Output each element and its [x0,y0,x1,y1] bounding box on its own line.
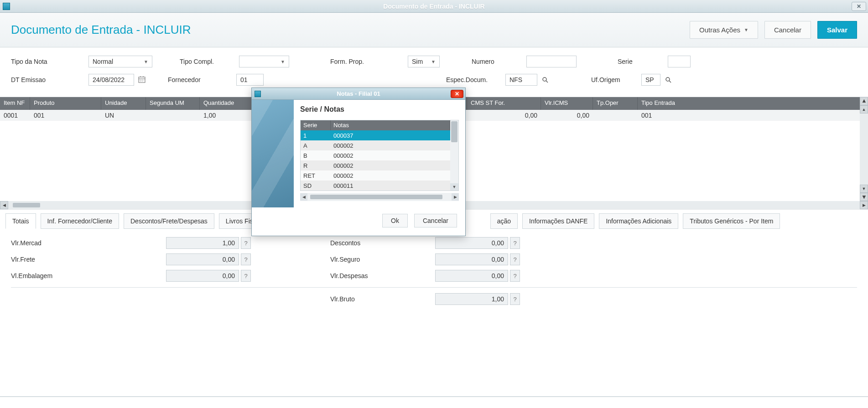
modal-table-row[interactable]: RET000002 [301,170,450,181]
input-dt-emissao[interactable] [88,74,134,86]
help-button[interactable]: ? [241,253,251,265]
cell-notas: 000002 [331,161,450,170]
input-vlr-mercad[interactable] [166,237,239,249]
scroll-track[interactable] [307,194,452,200]
save-button[interactable]: Salvar [817,21,857,39]
input-espec-docum[interactable] [505,74,537,86]
tab-informacoes-adicionais[interactable]: Informações Adicionais [599,213,678,229]
modal-table-row[interactable]: A000002 [301,140,450,150]
cell-notas: 000011 [331,181,450,190]
col-cms-st-for[interactable]: CMS ST For. [467,97,541,110]
scroll-right-icon[interactable]: ▶ [860,201,868,209]
help-button[interactable]: ? [510,270,520,282]
select-tipo-compl[interactable]: ▼ [239,56,289,67]
modal-table-row[interactable]: R000002 [301,160,450,170]
tab-informacoes-danfe[interactable]: Informações DANFE [522,213,594,229]
input-vlr-despesas[interactable] [435,270,508,282]
scroll-up-icon[interactable]: ▲ [860,105,868,114]
col-notas[interactable]: Notas [331,120,450,130]
modal-serie-notas: Notas - Filial 01 ✕ Serie / Notas Serie … [251,88,466,236]
input-fornecedor[interactable] [236,74,264,86]
col-unidade[interactable]: Unidade [101,97,146,110]
svg-line-10 [669,81,671,83]
help-button[interactable]: ? [510,293,520,305]
label-fornecedor: Fornecedor [168,76,201,83]
scroll-thumb[interactable] [13,203,40,207]
window-close-button[interactable]: ✕ [852,2,866,11]
cell-cms-st-for: 0,00 [467,110,541,120]
calendar-icon[interactable] [137,75,147,85]
help-button[interactable]: ? [510,237,520,249]
col-segunda-um[interactable]: Segunda UM [146,97,200,110]
input-uf-origem[interactable] [641,74,660,86]
modal-table: Serie Notas 1000037A000002B000002R000002… [300,120,459,191]
tab-descontos-frete[interactable]: Descontos/Frete/Despesas [124,213,214,229]
scroll-down-icon[interactable]: ▼ [450,183,458,191]
scroll-down-icon[interactable]: ▼ [860,185,868,193]
modal-ok-button[interactable]: Ok [382,214,408,227]
tab-totais[interactable]: Totais [5,213,36,229]
modal-title: Notas - Filial 01 [337,90,380,97]
cell-serie: A [301,141,331,150]
cell-serie: SD [301,181,331,190]
input-vlr-frete[interactable] [166,253,239,265]
modal-vscrollbar[interactable]: ▼ [450,120,458,191]
cell-serie: B [301,151,331,160]
col-tipo-entrada[interactable]: Tipo Entrada [638,97,868,110]
svg-point-7 [543,77,546,81]
col-vlr-icms[interactable]: Vlr.ICMS [541,97,593,110]
tab-tributos-genericos[interactable]: Tributos Genéricos - Por Item [683,213,780,229]
search-icon[interactable] [663,75,673,85]
help-button[interactable]: ? [241,270,251,282]
cell-produto: 001 [30,110,101,120]
col-tp-oper[interactable]: Tp.Oper [593,97,638,110]
cancel-button[interactable]: Cancelar [764,21,811,39]
input-serie[interactable] [668,56,691,67]
help-button[interactable]: ? [510,253,520,265]
svg-rect-0 [139,77,145,83]
col-item-nf[interactable]: Item NF [0,97,30,110]
caret-down-icon: ▼ [744,27,748,32]
select-tipo-nota[interactable]: Normal ▼ [88,56,152,67]
modal-hscrollbar[interactable]: ◀ ▶ [300,193,459,201]
help-button[interactable]: ? [241,237,251,249]
col-serie[interactable]: Serie [301,120,331,130]
modal-table-row[interactable]: 1000037 [301,130,450,140]
modal-cancel-button[interactable]: Cancelar [414,214,457,227]
label-vl-embalagem: Vl.Embalagem [11,272,166,279]
page-header: Documento de Entrada - INCLUIR Outras Aç… [0,13,868,47]
other-actions-button[interactable]: Outras Ações ▼ [690,21,758,39]
label-uf-origem: Uf.Origem [591,76,620,83]
input-descontos[interactable] [435,237,508,249]
input-vlr-seguro[interactable] [435,253,508,265]
col-produto[interactable]: Produto [30,97,101,110]
scroll-thumb[interactable] [310,195,442,199]
cell-serie: R [301,161,331,170]
scroll-top-icon[interactable]: ⯅ [860,97,868,105]
scroll-thumb[interactable] [451,121,457,142]
search-icon[interactable] [540,75,550,85]
input-numero[interactable] [526,56,577,67]
tab-acao[interactable]: ação [490,213,518,229]
scroll-left-icon[interactable]: ◀ [300,193,307,201]
scroll-left-icon[interactable]: ◀ [0,201,8,209]
scroll-right-icon[interactable]: ▶ [452,193,459,201]
modal-table-header: Serie Notas [301,120,450,130]
window-title: Documento de Entrada - INCLUIR [383,3,484,10]
grid-vscrollbar[interactable]: ⯅ ▲ ▼ ⯆ [860,97,868,201]
select-form-prop[interactable]: Sim ▼ [408,56,440,67]
input-vlr-bruto[interactable] [435,293,508,305]
label-form-prop: Form. Prop. [330,58,364,65]
label-vlr-mercad: Vlr.Mercad [11,239,166,247]
tab-inf-fornecedor[interactable]: Inf. Fornecedor/Cliente [41,213,119,229]
cell-unidade: UN [101,110,146,120]
label-vlr-seguro: Vlr.Seguro [330,256,435,263]
modal-close-button[interactable]: ✕ [451,90,463,98]
footer-divider [0,396,868,397]
modal-table-row[interactable]: SD000011 [301,181,450,191]
window-titlebar: Documento de Entrada - INCLUIR ✕ [0,0,868,13]
app-icon [255,91,261,97]
input-vl-embalagem[interactable] [166,270,239,282]
modal-table-row[interactable]: B000002 [301,150,450,160]
scroll-bottom-icon[interactable]: ⯆ [860,193,868,201]
